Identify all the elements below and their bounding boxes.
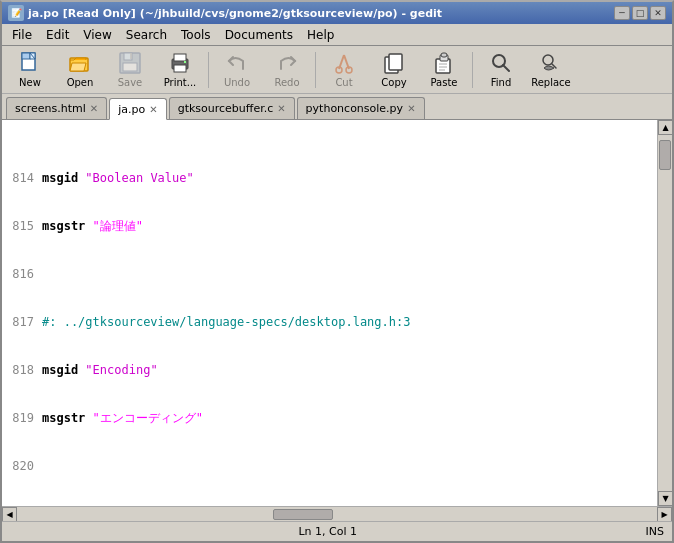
scroll-thumb-h[interactable] [273, 509, 333, 520]
scroll-thumb-v[interactable] [659, 140, 671, 170]
tab-close-pythonconsole[interactable]: ✕ [407, 103, 415, 114]
table-row: 816 [6, 266, 653, 282]
scroll-track-h[interactable] [17, 508, 657, 521]
svg-rect-1 [22, 53, 30, 59]
minimize-button[interactable]: ─ [614, 6, 630, 20]
undo-icon [225, 51, 249, 75]
undo-button[interactable]: Undo [213, 49, 261, 91]
scroll-down-button[interactable]: ▼ [658, 491, 672, 506]
redo-button[interactable]: Redo [263, 49, 311, 91]
title-buttons: ─ □ ✕ [614, 6, 666, 20]
tab-label: ja.po [118, 103, 145, 116]
redo-icon [275, 51, 299, 75]
statusbar-position: Ln 1, Col 1 [10, 525, 646, 538]
app-icon: 📝 [8, 5, 24, 21]
vertical-scrollbar[interactable]: ▲ ▼ [657, 120, 672, 506]
paste-button[interactable]: Paste [420, 49, 468, 91]
table-row: 817 #: ../gtksourceview/language-specs/d… [6, 314, 653, 330]
sep1 [208, 52, 209, 88]
menu-edit[interactable]: Edit [40, 26, 75, 44]
menu-view[interactable]: View [77, 26, 117, 44]
tab-close-screens-html[interactable]: ✕ [90, 103, 98, 114]
table-row: 819 msgstr "エンコーディング" [6, 410, 653, 426]
tab-close-gtksourcebuffer[interactable]: ✕ [277, 103, 285, 114]
svg-rect-12 [184, 61, 186, 63]
open-label: Open [67, 77, 94, 88]
replace-button[interactable]: Replace [527, 49, 575, 91]
table-row: 818 msgid "Encoding" [6, 362, 653, 378]
find-icon [489, 51, 513, 75]
tab-label: screens.html [15, 102, 86, 115]
svg-rect-18 [389, 54, 402, 70]
find-label: Find [491, 77, 512, 88]
menu-tools[interactable]: Tools [175, 26, 217, 44]
close-button[interactable]: ✕ [650, 6, 666, 20]
paste-icon [432, 51, 456, 75]
tab-label: pythonconsole.py [306, 102, 404, 115]
new-icon [18, 51, 42, 75]
replace-label: Replace [531, 77, 571, 88]
svg-line-26 [503, 65, 509, 71]
copy-label: Copy [381, 77, 406, 88]
scroll-right-button[interactable]: ▶ [657, 507, 672, 522]
horizontal-scrollbar[interactable]: ◀ ▶ [2, 506, 672, 521]
tab-label: gtksourcebuffer.c [178, 102, 274, 115]
sep2 [315, 52, 316, 88]
menu-search[interactable]: Search [120, 26, 173, 44]
tab-pythonconsole[interactable]: pythonconsole.py ✕ [297, 97, 425, 119]
title-bar-left: 📝 ja.po [Read Only] (~/jhbuild/cvs/gnome… [8, 5, 442, 21]
editor-container: 814 msgid "Boolean Value" 815 msgstr "論理… [2, 120, 672, 506]
menu-documents[interactable]: Documents [219, 26, 299, 44]
window-title: ja.po [Read Only] (~/jhbuild/cvs/gnome2/… [28, 7, 442, 20]
cut-icon [332, 51, 356, 75]
menu-file[interactable]: File [6, 26, 38, 44]
menu-help[interactable]: Help [301, 26, 340, 44]
save-button[interactable]: Save [106, 49, 154, 91]
tab-gtksourcebuffer[interactable]: gtksourcebuffer.c ✕ [169, 97, 295, 119]
tab-screens-html[interactable]: screens.html ✕ [6, 97, 107, 119]
tab-ja-po[interactable]: ja.po ✕ [109, 98, 166, 120]
table-row: 814 msgid "Boolean Value" [6, 170, 653, 186]
save-label: Save [118, 77, 143, 88]
code-lines: 814 msgid "Boolean Value" 815 msgstr "論理… [2, 122, 657, 504]
svg-rect-21 [441, 53, 447, 57]
code-area[interactable]: 814 msgid "Boolean Value" 815 msgstr "論理… [2, 122, 657, 504]
tab-close-ja-po[interactable]: ✕ [149, 104, 157, 115]
table-row: 820 [6, 458, 653, 474]
scroll-up-button[interactable]: ▲ [658, 120, 672, 135]
sep3 [472, 52, 473, 88]
new-label: New [19, 77, 41, 88]
menubar: File Edit View Search Tools Documents He… [2, 24, 672, 46]
save-icon [118, 51, 142, 75]
scroll-left-button[interactable]: ◀ [2, 507, 17, 522]
copy-button[interactable]: Copy [370, 49, 418, 91]
editor[interactable]: 814 msgid "Boolean Value" 815 msgstr "論理… [2, 120, 657, 506]
statusbar: Ln 1, Col 1 INS [2, 521, 672, 541]
toolbar: New Open [2, 46, 672, 94]
scroll-track-v[interactable] [658, 135, 672, 491]
svg-rect-11 [174, 65, 186, 72]
redo-label: Redo [274, 77, 299, 88]
print-icon [168, 51, 192, 75]
svg-rect-10 [174, 54, 186, 61]
copy-icon [382, 51, 406, 75]
replace-icon [539, 51, 563, 75]
cut-button[interactable]: Cut [320, 49, 368, 91]
tab-bar: screens.html ✕ ja.po ✕ gtksourcebuffer.c… [2, 94, 672, 120]
print-button[interactable]: Print... [156, 49, 204, 91]
paste-label: Paste [431, 77, 458, 88]
new-button[interactable]: New [6, 49, 54, 91]
undo-label: Undo [224, 77, 250, 88]
open-icon [68, 51, 92, 75]
find-button[interactable]: Find [477, 49, 525, 91]
cut-label: Cut [335, 77, 352, 88]
maximize-button[interactable]: □ [632, 6, 648, 20]
table-row: 815 msgstr "論理値" [6, 218, 653, 234]
main-window: 📝 ja.po [Read Only] (~/jhbuild/cvs/gnome… [0, 0, 674, 543]
open-button[interactable]: Open [56, 49, 104, 91]
title-bar: 📝 ja.po [Read Only] (~/jhbuild/cvs/gnome… [2, 2, 672, 24]
print-label: Print... [164, 77, 197, 88]
svg-rect-7 [123, 63, 137, 71]
statusbar-mode: INS [646, 525, 664, 538]
